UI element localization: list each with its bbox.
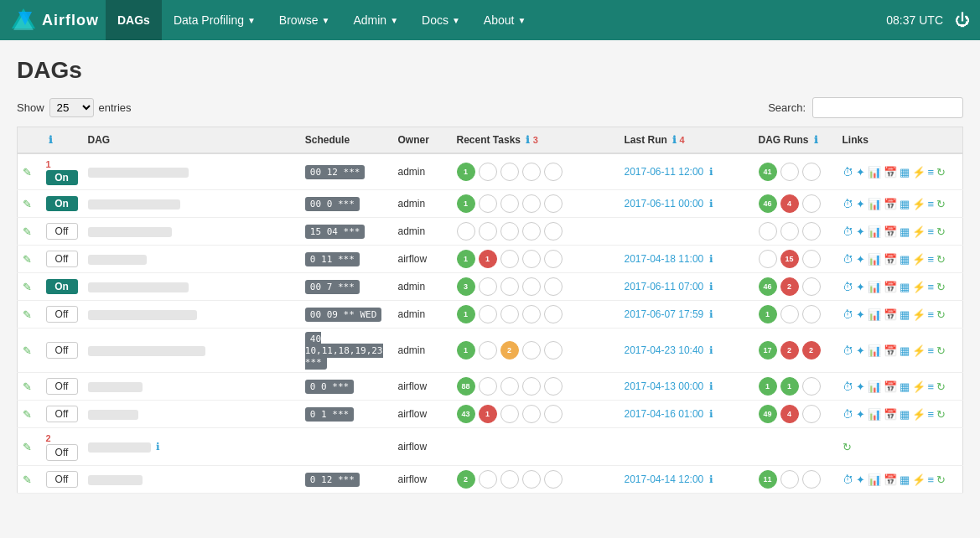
dag-link[interactable]: [88, 344, 205, 356]
refresh-icon[interactable]: ↻: [936, 281, 946, 293]
edit-icon[interactable]: ✎: [23, 344, 32, 357]
duration-icon[interactable]: 📅: [884, 380, 897, 393]
dag-link[interactable]: [88, 441, 151, 453]
gantt-icon[interactable]: ▦: [900, 408, 910, 421]
gantt-icon[interactable]: ▦: [900, 253, 910, 266]
last-run-row-info-icon[interactable]: ℹ: [709, 166, 713, 178]
tries-icon[interactable]: ≡: [928, 408, 935, 421]
nav-item-browse[interactable]: Browse ▼: [267, 0, 342, 40]
last-run-link[interactable]: 2017-06-11 07:00: [625, 281, 704, 292]
graph-icon[interactable]: 📊: [868, 198, 881, 210]
gantt-icon[interactable]: ▦: [900, 281, 910, 293]
edit-icon[interactable]: ✎: [23, 166, 32, 178]
tries-icon[interactable]: ≡: [928, 225, 935, 238]
landing-icon[interactable]: ⚡: [912, 281, 926, 293]
edit-icon[interactable]: ✎: [23, 281, 32, 293]
dag-link[interactable]: [88, 253, 147, 265]
gantt-icon[interactable]: ▦: [900, 380, 910, 393]
edit-icon[interactable]: ✎: [23, 225, 32, 238]
gantt-icon[interactable]: ▦: [900, 198, 910, 210]
toggle-button[interactable]: Off: [46, 306, 78, 323]
trigger-icon[interactable]: ⏱: [843, 408, 853, 421]
tree-icon[interactable]: ✦: [856, 166, 865, 178]
entries-select[interactable]: 2550100: [49, 98, 94, 117]
edit-icon[interactable]: ✎: [23, 198, 32, 210]
duration-icon[interactable]: 📅: [884, 225, 897, 238]
last-run-row-info-icon[interactable]: ℹ: [709, 473, 713, 485]
dag-link[interactable]: [88, 281, 189, 292]
tree-icon[interactable]: ✦: [856, 344, 865, 357]
trigger-icon[interactable]: ⏱: [843, 380, 853, 393]
edit-icon[interactable]: ✎: [23, 408, 32, 421]
tries-icon[interactable]: ≡: [928, 380, 935, 393]
graph-icon[interactable]: 📊: [868, 344, 881, 357]
refresh-icon[interactable]: ↻: [936, 225, 946, 238]
trigger-icon[interactable]: ⏱: [843, 198, 853, 210]
tries-icon[interactable]: ≡: [928, 473, 935, 486]
gantt-icon[interactable]: ▦: [900, 308, 910, 321]
recent-tasks-info-icon[interactable]: ℹ: [526, 134, 530, 146]
refresh-icon[interactable]: ↻: [936, 344, 946, 357]
graph-icon[interactable]: 📊: [868, 408, 881, 421]
dag-link[interactable]: [88, 166, 189, 178]
landing-icon[interactable]: ⚡: [912, 344, 926, 357]
last-run-link[interactable]: 2017-04-13 00:00: [625, 380, 704, 392]
toggle-button[interactable]: Off: [46, 251, 78, 267]
trigger-icon[interactable]: ⏱: [843, 225, 853, 238]
last-run-row-info-icon[interactable]: ℹ: [709, 253, 713, 265]
tree-icon[interactable]: ✦: [856, 253, 865, 266]
toggle-button[interactable]: On: [46, 279, 78, 294]
graph-icon[interactable]: 📊: [868, 253, 881, 266]
last-run-row-info-icon[interactable]: ℹ: [709, 198, 713, 210]
toggle-button[interactable]: On: [46, 196, 78, 211]
toggle-button[interactable]: Off: [46, 223, 78, 240]
trigger-icon[interactable]: ⏱: [843, 253, 853, 266]
graph-icon[interactable]: 📊: [868, 473, 881, 486]
refresh-icon[interactable]: ↻: [936, 308, 946, 321]
nav-item-admin[interactable]: Admin ▼: [341, 0, 410, 40]
landing-icon[interactable]: ⚡: [912, 380, 926, 393]
graph-icon[interactable]: 📊: [868, 380, 881, 393]
dag-link[interactable]: [88, 308, 197, 320]
duration-icon[interactable]: 📅: [884, 344, 897, 357]
tries-icon[interactable]: ≡: [928, 281, 935, 293]
tries-icon[interactable]: ≡: [928, 308, 935, 321]
gantt-icon[interactable]: ▦: [900, 344, 910, 357]
tree-icon[interactable]: ✦: [856, 198, 865, 210]
dag-link[interactable]: [88, 473, 143, 485]
duration-icon[interactable]: 📅: [884, 198, 897, 210]
landing-icon[interactable]: ⚡: [912, 473, 926, 486]
nav-item-about[interactable]: About ▼: [472, 0, 538, 40]
dag-runs-info-icon[interactable]: ℹ: [814, 134, 818, 146]
gantt-icon[interactable]: ▦: [900, 166, 910, 178]
last-run-row-info-icon[interactable]: ℹ: [709, 408, 713, 420]
tree-icon[interactable]: ✦: [856, 408, 865, 421]
toggle-button[interactable]: Off: [46, 471, 78, 488]
toggle-info-icon[interactable]: ℹ: [49, 134, 53, 146]
last-run-row-info-icon[interactable]: ℹ: [709, 380, 713, 392]
landing-icon[interactable]: ⚡: [912, 198, 926, 210]
refresh-icon[interactable]: ↻: [936, 408, 946, 421]
last-run-link[interactable]: 2017-04-14 12:00: [625, 473, 704, 485]
power-icon[interactable]: ⏻: [955, 12, 970, 29]
edit-icon[interactable]: ✎: [23, 253, 32, 266]
last-run-row-info-icon[interactable]: ℹ: [709, 344, 713, 356]
tree-icon[interactable]: ✦: [856, 281, 865, 293]
last-run-link[interactable]: 2017-04-23 10:40: [625, 344, 704, 356]
tries-icon[interactable]: ≡: [928, 198, 935, 210]
dag-link[interactable]: [88, 198, 180, 210]
nav-logo[interactable]: Airflow: [10, 7, 99, 34]
tree-icon[interactable]: ✦: [856, 225, 865, 238]
trigger-icon[interactable]: ⏱: [843, 166, 853, 178]
last-run-link[interactable]: 2017-06-07 17:59: [625, 308, 704, 320]
toggle-button[interactable]: Off: [46, 378, 78, 395]
dag-info-icon[interactable]: ℹ: [156, 441, 160, 453]
gantt-icon[interactable]: ▦: [900, 225, 910, 238]
edit-icon[interactable]: ✎: [23, 441, 32, 453]
duration-icon[interactable]: 📅: [884, 281, 897, 293]
tree-icon[interactable]: ✦: [856, 380, 865, 393]
duration-icon[interactable]: 📅: [884, 473, 897, 486]
refresh-icon[interactable]: ↻: [936, 253, 946, 266]
trigger-icon[interactable]: ⏱: [843, 281, 853, 293]
nav-item-data-profiling[interactable]: Data Profiling ▼: [162, 0, 267, 40]
